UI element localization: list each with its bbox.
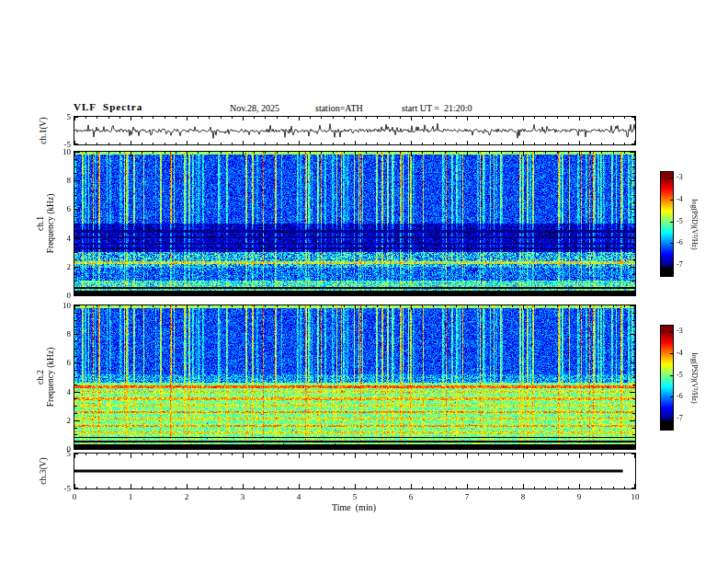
x-tick-minor <box>288 152 289 154</box>
x-tick-major <box>579 305 580 310</box>
x-tick-minor <box>557 305 558 307</box>
time-tick-label: 0 <box>73 492 77 501</box>
x-tick-minor <box>400 305 401 307</box>
x-tick-minor <box>512 293 513 295</box>
x-tick-minor <box>85 454 86 455</box>
x-tick-minor <box>557 293 558 295</box>
x-tick-minor <box>153 447 154 449</box>
x-tick-minor <box>97 447 97 449</box>
x-tick-major <box>131 141 131 144</box>
x-tick-minor <box>422 487 423 488</box>
x-tick-minor <box>601 454 602 455</box>
freq-tick-minor <box>632 252 635 253</box>
colorbar-tick <box>670 178 673 178</box>
freq-tick-minor <box>632 167 635 167</box>
x-tick-minor <box>142 152 142 154</box>
x-tick-major <box>523 305 524 310</box>
x-tick-minor <box>176 305 176 307</box>
x-tick-minor <box>153 152 154 154</box>
freq-tick-minor <box>74 252 77 253</box>
x-tick-minor <box>142 117 142 119</box>
x-tick-minor <box>85 487 86 488</box>
x-tick-minor <box>176 293 176 295</box>
x-tick-minor <box>445 447 446 449</box>
freq-tick-major <box>630 238 635 239</box>
x-tick-minor <box>85 152 86 154</box>
x-tick-minor <box>624 454 625 455</box>
x-tick-minor <box>613 143 614 144</box>
x-tick-minor <box>601 447 602 449</box>
ch1-colorbar: log(PSD)(V²/Hz) -3-4-5-6-7 <box>660 171 674 277</box>
x-tick-minor <box>221 447 222 449</box>
x-tick-minor <box>288 143 289 144</box>
x-tick-major <box>411 484 412 488</box>
x-tick-major <box>355 141 356 144</box>
x-tick-major <box>411 305 412 310</box>
x-tick-minor <box>557 447 558 449</box>
time-tick-label: 7 <box>465 492 470 501</box>
colorbar-tick-label: -7 <box>677 260 683 270</box>
x-tick-minor <box>153 293 154 295</box>
date-label: Nov.28, 2025 <box>230 103 279 113</box>
x-tick-minor <box>590 447 591 449</box>
x-tick-minor <box>209 447 210 449</box>
x-tick-major <box>579 152 580 156</box>
x-tick-minor <box>613 152 614 154</box>
x-tick-minor <box>422 143 423 144</box>
x-tick-minor <box>142 305 142 307</box>
x-tick-minor <box>198 305 199 307</box>
freq-tick-minor <box>74 195 77 196</box>
x-tick-minor <box>288 487 289 488</box>
x-tick-minor <box>445 305 446 307</box>
x-tick-minor <box>221 143 222 144</box>
x-tick-minor <box>310 152 311 154</box>
volt-tick <box>74 144 78 144</box>
x-tick-minor <box>590 454 591 455</box>
x-tick-minor <box>590 117 591 119</box>
freq-tick-minor <box>632 313 635 314</box>
x-tick-minor <box>400 487 401 488</box>
x-tick-minor <box>232 447 233 449</box>
x-tick-minor <box>265 293 266 295</box>
freq-tick-major <box>74 267 80 268</box>
freq-tick-minor <box>74 377 77 378</box>
x-tick-minor <box>119 487 120 488</box>
freq-tick-minor <box>74 167 77 167</box>
x-tick-minor <box>277 447 278 449</box>
x-tick-minor <box>422 447 423 449</box>
x-tick-minor <box>221 152 222 154</box>
x-tick-minor <box>310 454 311 455</box>
x-tick-minor <box>568 487 569 488</box>
colorbar-tick <box>670 375 673 376</box>
ch2-spectrogram-panel: ch.2 Frequency (kHz) 0246810 <box>74 304 636 450</box>
x-tick-minor <box>501 117 502 119</box>
colorbar-tick <box>670 419 673 419</box>
x-tick-major <box>355 454 356 458</box>
x-tick-minor <box>232 454 233 455</box>
freq-tick-minor <box>74 245 77 246</box>
x-tick-minor <box>601 117 602 119</box>
volt-tick <box>631 488 635 488</box>
x-tick-major <box>187 291 188 295</box>
freq-tick-minor <box>632 216 635 217</box>
time-tick-label: 4 <box>297 492 301 501</box>
time-axis-label: Time (min) <box>74 502 634 512</box>
time-tick-label: 1 <box>129 492 133 501</box>
freq-tick-minor <box>74 288 77 289</box>
x-tick-major <box>187 444 188 449</box>
x-tick-minor <box>366 447 367 449</box>
x-tick-minor <box>265 487 266 488</box>
x-tick-minor <box>624 447 625 449</box>
x-tick-minor <box>445 152 446 154</box>
x-tick-minor <box>119 293 120 295</box>
colorbar-tick-label: -5 <box>677 217 683 226</box>
x-tick-minor <box>601 305 602 307</box>
x-tick-major <box>243 444 244 449</box>
freq-tick-label: 4 <box>67 234 72 243</box>
freq-tick-minor <box>74 442 77 442</box>
freq-tick-minor <box>632 428 635 429</box>
x-tick-minor <box>512 487 513 488</box>
x-tick-minor <box>568 293 569 295</box>
colorbar-tick-label: -4 <box>677 349 683 358</box>
x-tick-minor <box>501 454 502 455</box>
